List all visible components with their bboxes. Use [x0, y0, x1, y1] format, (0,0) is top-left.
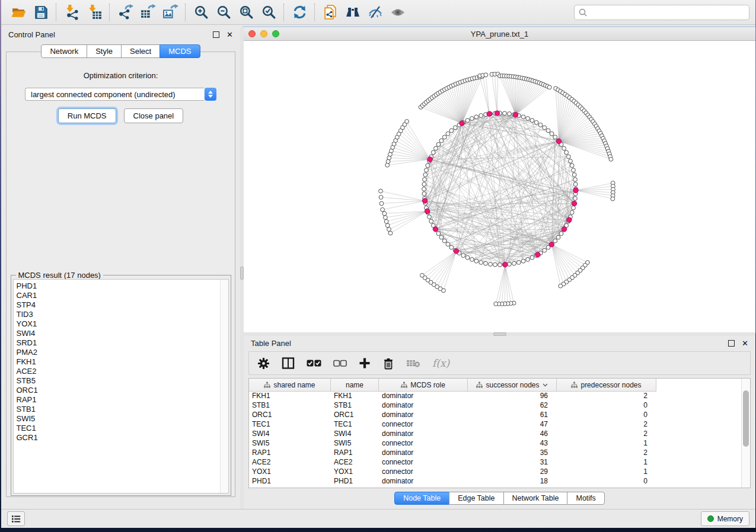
network-node[interactable]: [446, 242, 450, 246]
network-node[interactable]: [572, 173, 576, 177]
mcds-result-item[interactable]: SWI4: [17, 329, 220, 338]
refresh-button[interactable]: [288, 3, 311, 22]
table-row[interactable]: PHD1PHD1dominator180: [249, 476, 741, 486]
horizontal-splitter[interactable]: [244, 332, 755, 336]
table-row[interactable]: RAP1RAP1dominator352: [249, 448, 741, 457]
memory-button[interactable]: Memory: [701, 511, 749, 526]
network-node[interactable]: [508, 112, 512, 116]
network-node[interactable]: [465, 255, 470, 259]
zoom-fit-button[interactable]: [235, 3, 257, 22]
mcds-result-item[interactable]: PMA2: [17, 348, 220, 357]
select-all-checkboxes-button[interactable]: [307, 359, 321, 367]
cell-shared-name[interactable]: ACE2: [249, 458, 331, 466]
splitter-grip[interactable]: [240, 267, 244, 280]
network-node[interactable]: [553, 239, 557, 243]
select-stepper[interactable]: [205, 88, 216, 101]
first-neighbors-button[interactable]: [342, 3, 364, 22]
show-all-button[interactable]: [387, 3, 409, 22]
export-image-button[interactable]: [159, 3, 181, 22]
cell-shared-name[interactable]: YOX1: [249, 467, 331, 476]
network-node[interactable]: [564, 150, 569, 155]
delete-table-button[interactable]: [406, 358, 420, 368]
network-node[interactable]: [572, 168, 576, 172]
network-node[interactable]: [609, 157, 613, 161]
float-panel-icon[interactable]: [213, 31, 219, 38]
zoom-in-button[interactable]: [190, 3, 212, 22]
show-column-panel-button[interactable]: [282, 357, 295, 370]
network-node[interactable]: [423, 173, 428, 177]
network-node[interactable]: [439, 139, 444, 143]
network-node[interactable]: [379, 189, 383, 193]
network-node[interactable]: [434, 146, 438, 150]
cell-shared-name[interactable]: ORC1: [249, 411, 331, 419]
table-options-button[interactable]: [257, 357, 270, 370]
column-header-mcds-role[interactable]: MCDS role: [379, 379, 468, 391]
tab-network-table[interactable]: Network Table: [503, 492, 568, 505]
network-node[interactable]: [573, 182, 578, 187]
cell-predecessor-nodes[interactable]: 1: [557, 467, 656, 476]
cell-predecessor-nodes[interactable]: 0: [557, 401, 656, 409]
cell-name[interactable]: TEC1: [331, 420, 379, 428]
mcds-result-item[interactable]: YOX1: [17, 319, 220, 329]
close-panel-icon[interactable]: ✕: [742, 339, 748, 347]
network-node[interactable]: [562, 146, 566, 150]
network-node[interactable]: [550, 132, 554, 136]
network-node[interactable]: [422, 187, 426, 191]
network-node-dominator[interactable]: [428, 157, 432, 162]
table-scrollbar[interactable]: [741, 379, 750, 488]
mcds-result-item[interactable]: CAR1: [17, 291, 220, 300]
open-file-button[interactable]: [7, 3, 30, 22]
network-node[interactable]: [570, 210, 574, 214]
network-node[interactable]: [521, 115, 525, 119]
cell-mcds-role[interactable]: dominator: [379, 411, 468, 419]
mcds-result-item[interactable]: SWI5: [17, 414, 220, 424]
network-node[interactable]: [446, 132, 450, 136]
network-node-dominator[interactable]: [556, 139, 561, 143]
mcds-result-list[interactable]: PHD1CAR1STP4TID3YOX1SWI4SRD1PMA2FKH1ACE2…: [13, 279, 229, 493]
network-node[interactable]: [573, 178, 578, 182]
network-node[interactable]: [543, 126, 547, 130]
network-node[interactable]: [538, 123, 543, 127]
mcds-result-item[interactable]: TID3: [17, 310, 220, 319]
cell-predecessor-nodes[interactable]: 2: [557, 448, 656, 457]
cell-predecessor-nodes[interactable]: 0: [557, 477, 656, 485]
network-node[interactable]: [436, 142, 441, 146]
network-node[interactable]: [503, 111, 507, 116]
network-node-dominator[interactable]: [425, 209, 429, 213]
search-input[interactable]: [588, 8, 745, 17]
import-table-button[interactable]: [83, 3, 106, 22]
mcds-result-item[interactable]: TEC1: [17, 424, 220, 433]
network-node[interactable]: [508, 262, 512, 267]
cell-predecessor-nodes[interactable]: 2: [557, 430, 656, 438]
cell-mcds-role[interactable]: dominator: [379, 448, 468, 457]
network-graph[interactable]: [244, 41, 754, 332]
zoom-selected-button[interactable]: [257, 3, 280, 22]
table-row[interactable]: ORC1ORC1dominator610: [249, 410, 741, 419]
network-node[interactable]: [423, 178, 427, 182]
hide-selected-button[interactable]: [364, 3, 387, 22]
cell-shared-name[interactable]: FKH1: [249, 392, 331, 400]
cell-successor-nodes[interactable]: 35: [468, 448, 557, 457]
network-node[interactable]: [559, 232, 563, 236]
mcds-result-item[interactable]: GCR1: [17, 433, 220, 443]
cell-successor-nodes[interactable]: 96: [468, 392, 557, 400]
cell-name[interactable]: RAP1: [331, 448, 379, 457]
mcds-result-item[interactable]: STP4: [17, 300, 220, 310]
criterion-select[interactable]: largest connected component (undirected): [25, 88, 216, 101]
network-node[interactable]: [442, 239, 446, 243]
network-node-dominator[interactable]: [549, 242, 554, 246]
mcds-result-item[interactable]: ORC1: [17, 386, 220, 395]
network-node[interactable]: [489, 262, 493, 267]
table-row[interactable]: ACE2ACE2connector311: [249, 457, 741, 467]
network-node[interactable]: [420, 273, 425, 277]
table-row[interactable]: YOX1YOX1connector291: [249, 467, 741, 476]
tab-node-table[interactable]: Node Table: [394, 492, 449, 505]
network-node-dominator[interactable]: [503, 262, 508, 267]
network-node[interactable]: [484, 261, 488, 265]
tab-network[interactable]: Network: [41, 44, 87, 58]
tab-mcds[interactable]: MCDS: [160, 44, 200, 58]
cell-mcds-role[interactable]: dominator: [379, 430, 468, 438]
network-node[interactable]: [498, 263, 502, 267]
add-column-button[interactable]: [359, 357, 371, 369]
tab-motifs[interactable]: Motifs: [567, 492, 604, 505]
